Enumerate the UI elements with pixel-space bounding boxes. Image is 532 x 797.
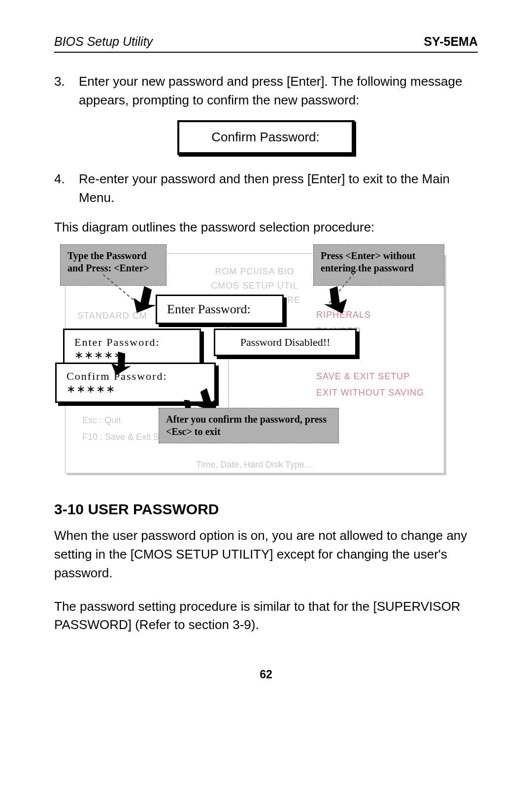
step-number: 3. bbox=[54, 72, 79, 109]
callout-type-password: Type the Password and Press: <Enter> bbox=[60, 244, 166, 286]
step-4: 4. Re-enter your password and then press… bbox=[54, 170, 478, 207]
dialog-enter-password-empty: Enter Password: bbox=[156, 295, 284, 324]
step-number: 4. bbox=[54, 170, 79, 207]
section-title: 3-10 USER PASSWORD bbox=[54, 501, 478, 518]
callout-after-confirm: After you confirm the password, press <E… bbox=[159, 408, 339, 443]
diagram-intro: This diagram outlines the password selec… bbox=[54, 218, 478, 237]
step-3: 3. Enter your new password and press [En… bbox=[54, 72, 478, 109]
document-page: BIOS Setup Utility SY-5EMA 3. Enter your… bbox=[0, 0, 532, 797]
section-body-1: When the user password option is on, you… bbox=[54, 527, 478, 582]
section-body-2: The password setting procedure is simila… bbox=[54, 598, 478, 634]
confirm-password-box: Confirm Password: bbox=[177, 120, 355, 155]
header-left: BIOS Setup Utility bbox=[54, 34, 153, 49]
bg-footer: Time, Date, Hard Disk Type… bbox=[66, 460, 444, 470]
page-number: 62 bbox=[54, 668, 478, 681]
header-right: SY-5EMA bbox=[424, 34, 478, 49]
dialog-confirm-password: Confirm Password: ∗∗∗∗∗ bbox=[55, 363, 216, 403]
step-text: Re-enter your password and then press [E… bbox=[79, 170, 478, 207]
page-header: BIOS Setup Utility SY-5EMA bbox=[54, 34, 478, 53]
bg-help-keys: Esc : Quit F10 : Save & Exit Se bbox=[82, 412, 164, 445]
callout-press-enter-noentry: Press <Enter> without entering the passw… bbox=[313, 244, 444, 286]
dialog-password-disabled: Password Disabled!! bbox=[214, 329, 357, 356]
step-text: Enter your new password and press [Enter… bbox=[79, 72, 478, 109]
password-procedure-diagram: ROM PCI/ISA BIO CMOS SETUP UTIL AWARD SO… bbox=[60, 244, 444, 473]
